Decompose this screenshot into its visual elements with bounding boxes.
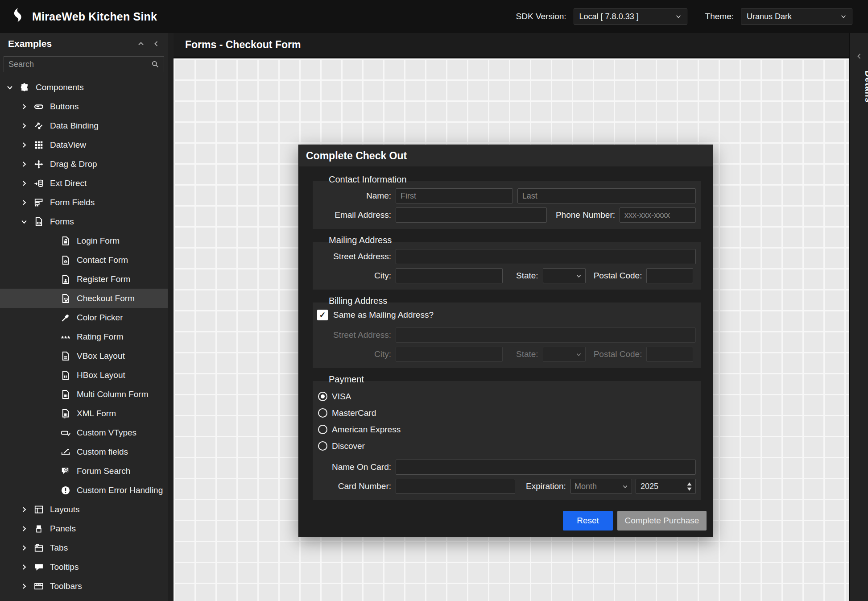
spinner-up-icon[interactable]: [687, 482, 692, 486]
dataview-icon: [34, 140, 44, 150]
dialog-header[interactable]: Complete Check Out: [299, 145, 713, 166]
radio-icon: [318, 408, 327, 418]
tree-item-label: Custom VTypes: [77, 428, 136, 438]
tree-item-label: Custom fields: [77, 447, 128, 457]
tree-item-layouts[interactable]: Layouts: [0, 500, 168, 519]
payment-option-american-express[interactable]: American Express: [318, 421, 696, 438]
tree-item-buttons[interactable]: Buttons: [0, 97, 168, 116]
theme-label: Theme:: [705, 12, 734, 21]
panels-icon: [34, 524, 44, 534]
chevron-down-icon: [840, 13, 847, 20]
chevron-right-icon: [21, 544, 28, 551]
expiration-month-select[interactable]: Month: [570, 479, 632, 494]
chevron-down-icon: [675, 13, 682, 20]
tree-item-vbox-layout[interactable]: VBox Layout: [0, 346, 168, 365]
tree-item-forms[interactable]: Forms: [0, 212, 168, 231]
reset-button[interactable]: Reset: [563, 511, 613, 531]
name-label: Name:: [315, 191, 391, 201]
billing-state-label: State:: [516, 349, 538, 359]
mailing-street-label: Street Address:: [315, 252, 391, 261]
tree-item-label: Forms: [50, 217, 74, 227]
tree-item-label: Tooltips: [50, 562, 79, 572]
customfields-icon: [61, 447, 70, 457]
tree-item-custom-vtypes[interactable]: Custom VTypes: [0, 423, 168, 442]
tree-item-dataview[interactable]: DataView: [0, 135, 168, 154]
tree-item-tabs[interactable]: Tabs: [0, 538, 168, 557]
payment-option-mastercard[interactable]: MasterCard: [318, 405, 696, 421]
tree-item-color-picker[interactable]: Color Picker: [0, 308, 168, 327]
register-icon: [61, 274, 70, 284]
sdk-version-select[interactable]: Local [ 7.8.0.33 ]: [574, 8, 687, 25]
puzzle-icon: [20, 83, 29, 92]
tree-item-panels[interactable]: Panels: [0, 519, 168, 538]
tree-item-form-fields[interactable]: Form Fields: [0, 193, 168, 212]
mailing-city-input[interactable]: [396, 268, 503, 283]
details-label: Details: [854, 70, 868, 103]
mailing-fieldset: Street Address: City: State: Postal Code…: [313, 242, 701, 290]
mailing-state-select[interactable]: [543, 268, 586, 283]
sidebar-splitter[interactable]: [168, 33, 174, 601]
tree-item-multi-column-form[interactable]: Multi Column Form: [0, 385, 168, 404]
payment-option-label: Discover: [332, 441, 365, 451]
spinner-down-icon[interactable]: [687, 487, 692, 491]
tree-item-data-binding[interactable]: Data Binding: [0, 116, 168, 135]
expand-left-icon[interactable]: [856, 53, 863, 60]
tree-item-toolbars[interactable]: Toolbars: [0, 576, 168, 596]
tree-item-drag-drop[interactable]: Drag & Drop: [0, 154, 168, 174]
payment-option-discover[interactable]: Discover: [318, 438, 696, 454]
expiration-year-input[interactable]: [636, 482, 687, 491]
rating-icon: [61, 332, 70, 342]
complete-purchase-button[interactable]: Complete Purchase: [617, 511, 707, 531]
collapse-left-icon[interactable]: [153, 40, 160, 47]
theme-value: Uranus Dark: [747, 12, 792, 21]
chevron-right-icon: [21, 180, 28, 187]
same-as-mailing-checkbox[interactable]: ✓: [317, 310, 328, 320]
phone-input[interactable]: [620, 207, 696, 223]
billing-legend: Billing Address: [329, 296, 701, 306]
payment-option-label: American Express: [332, 425, 401, 435]
theme-select[interactable]: Uranus Dark: [741, 8, 852, 25]
contact-icon: [61, 255, 70, 265]
tree-item-ext-direct[interactable]: Ext Direct: [0, 174, 168, 193]
chevron-right-icon: [21, 583, 28, 590]
tree-item-login-form[interactable]: Login Form: [0, 231, 168, 250]
tree-item-hbox-layout[interactable]: HBox Layout: [0, 365, 168, 385]
mailing-postal-input[interactable]: [646, 268, 693, 283]
tree-item-contact-form[interactable]: Contact Form: [0, 250, 168, 269]
tree-item-xml-form[interactable]: XML Form: [0, 404, 168, 423]
last-name-input[interactable]: [517, 188, 696, 203]
tree-item-register-form[interactable]: Register Form: [0, 269, 168, 289]
tree-item-label: Layouts: [50, 505, 80, 514]
email-input[interactable]: [396, 207, 547, 223]
formfields-icon: [34, 198, 44, 207]
search-input[interactable]: [8, 60, 151, 69]
tree-item-label: Tabs: [50, 543, 68, 553]
layouts-icon: [34, 505, 44, 514]
tree-item-label: Contact Form: [77, 255, 128, 265]
tree-item-rating-form[interactable]: Rating Form: [0, 327, 168, 346]
tree-item-custom-error-handling[interactable]: Custom Error Handling: [0, 481, 168, 500]
login-icon: [61, 236, 70, 246]
search-box: [4, 56, 164, 72]
checkout-dialog: Complete Check Out Contact Information N…: [298, 145, 713, 537]
tree-item-tooltips[interactable]: Tooltips: [0, 557, 168, 576]
tree-item-label: Drag & Drop: [50, 159, 97, 169]
radio-icon: [318, 392, 327, 401]
tree-item-checkout-form[interactable]: Checkout Form: [0, 289, 168, 308]
same-as-mailing-label: Same as Mailing Address?: [333, 310, 434, 320]
card-number-input[interactable]: [396, 479, 515, 494]
vtypes-icon: [61, 428, 70, 438]
page-title: Forms - Checkout Form: [185, 39, 301, 51]
first-name-input[interactable]: [396, 188, 513, 203]
mailing-postal-label: Postal Code:: [594, 271, 642, 281]
tree-item-custom-fields[interactable]: Custom fields: [0, 442, 168, 461]
tree-item-forum-search[interactable]: Forum Search: [0, 461, 168, 481]
details-panel-collapsed[interactable]: Details: [849, 33, 868, 601]
mailing-street-input[interactable]: [396, 249, 696, 264]
name-on-card-input[interactable]: [396, 460, 696, 475]
collapse-up-icon[interactable]: [137, 40, 145, 47]
tree-item-label: Panels: [50, 524, 76, 534]
databinding-icon: [34, 121, 44, 131]
tree-item-components[interactable]: Components: [0, 78, 168, 97]
payment-option-visa[interactable]: VISA: [318, 388, 696, 405]
